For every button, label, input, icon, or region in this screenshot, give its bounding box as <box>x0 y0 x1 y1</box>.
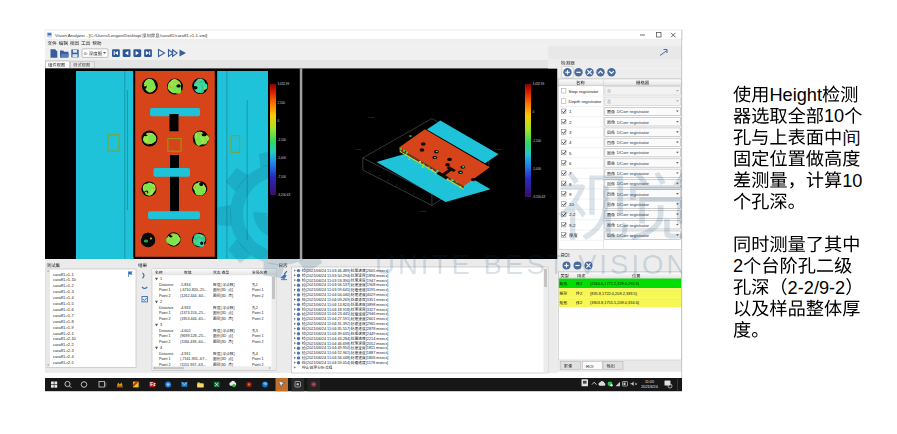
svg-text:(2021/06/24 11:04:56.048): (2021/06/24 11:04:56.048) <box>306 356 351 360</box>
svg-text:(2021/06/24 11:04:49.950): (2021/06/24 11:04:49.950) <box>306 346 351 350</box>
svg-text:Fz: Fz <box>150 382 156 387</box>
svg-text:Point 1: Point 1 <box>159 288 170 292</box>
svg-text:1 mm: 1 mm <box>420 210 426 213</box>
svg-text:1/Corr registrator: 1/Corr registrator <box>617 161 650 166</box>
svg-text:-2,500: -2,500 <box>278 138 287 142</box>
svg-text:[2601 msecs]: [2601 msecs] <box>366 317 389 321</box>
svg-text:3: 3 <box>160 323 162 327</box>
svg-text:3,432.99: 3,432.99 <box>278 82 290 86</box>
svg-text:(3903.8,1755.5,209.0,334.6): (3903.8,1755.5,209.0,334.6) <box>590 300 640 305</box>
svg-text:[4029 msecs]: [4029 msecs] <box>366 293 389 297</box>
svg-text:3,432.99: 3,432.99 <box>533 82 545 86</box>
svg-text:[1178 msecs]: [1178 msecs] <box>366 361 388 365</box>
svg-text:0:: 0: <box>84 51 88 56</box>
svg-text:(2021/06/24 11:04:23.445): (2021/06/24 11:04:23.445) <box>306 312 351 316</box>
svg-text:2-2/9-2: 2-2/9-2 <box>788 278 846 298</box>
svg-text:]: ] <box>234 329 235 333</box>
svg-text:-5,000: -5,000 <box>533 167 542 171</box>
svg-text:[1908 msecs]: [1908 msecs] <box>366 283 389 287</box>
svg-text:caraff1-r1-6: caraff1-r1-6 <box>53 307 74 312</box>
svg-text:-9,200.63: -9,200.63 <box>533 195 546 199</box>
svg-text:2: 2 <box>733 256 743 276</box>
svg-text:caraff1-r1-9: caraff1-r1-9 <box>53 325 74 330</box>
svg-text:[3D: [3D <box>220 334 226 338</box>
svg-text:caraff1-r1-10: caraff1-r1-10 <box>53 277 77 282</box>
svg-text:[3D: [3D <box>220 294 226 298</box>
svg-text:4: 4 <box>160 346 162 350</box>
svg-text:[3D: [3D <box>220 363 226 367</box>
svg-text:-4.931: -4.931 <box>180 352 190 356</box>
svg-text:Point 2: Point 2 <box>252 363 263 367</box>
svg-text:[1806 msecs]: [1806 msecs] <box>366 356 389 360</box>
svg-text:caraff1-r2-3: caraff1-r2-3 <box>53 348 74 353</box>
svg-text:1/Corr registrator: 1/Corr registrator <box>617 150 650 155</box>
svg-text:caraff1-r1-1: caraff1-r1-1 <box>53 272 74 277</box>
svg-text:caraff1-r2-1: caraff1-r2-1 <box>53 331 74 336</box>
svg-text:caraff1-r1-7: caraff1-r1-7 <box>53 313 74 318</box>
svg-text:-4.602: -4.602 <box>180 329 190 333</box>
svg-text:caraff1-r2-10: caraff1-r2-10 <box>53 336 77 341</box>
svg-text:]: ] <box>232 288 233 292</box>
svg-text:[3D: [3D <box>220 288 226 292</box>
svg-text:]: ] <box>232 311 233 315</box>
svg-text:Distance: Distance <box>159 329 173 333</box>
svg-text:Vision Analyzer - [C:/Users/Lo: Vision Analyzer - [C:/Users/Longan/Deskt… <box>55 33 142 38</box>
svg-text:1: 1 <box>160 277 162 281</box>
svg-text:[1811 msecs]: [1811 msecs] <box>366 346 388 350</box>
svg-text:caraff1-r1-5: caraff1-r1-5 <box>53 301 74 306</box>
svg-text:UNITE BEST VISION: UNITE BEST VISION <box>375 249 690 280</box>
svg-text:-9,200.63: -9,200.63 <box>278 193 291 197</box>
svg-text:[: [ <box>220 329 221 333</box>
svg-text:/caraff1/caraff1-r1-1.xml]: /caraff1/caraff1-r1-1.xml] <box>160 33 208 38</box>
svg-text:1 mm: 1 mm <box>368 116 374 119</box>
svg-text:-5,000: -5,000 <box>278 156 287 160</box>
svg-text:(2021/06/24 11:04:09.269): (2021/06/24 11:04:09.269) <box>306 298 351 302</box>
svg-text:[3D: [3D <box>220 357 226 361</box>
svg-text:2,500: 2,500 <box>278 101 286 105</box>
svg-text:Point 1: Point 1 <box>159 357 170 361</box>
svg-text:]: ] <box>232 294 233 298</box>
svg-text:间: 间 <box>842 128 860 148</box>
svg-text:]: ] <box>234 352 235 356</box>
svg-text:[: [ <box>220 352 221 356</box>
svg-text:[: [ <box>220 306 221 310</box>
svg-text:(-6710.820,-25...: (-6710.820,-25... <box>180 288 207 292</box>
svg-text:-4.933: -4.933 <box>180 306 190 310</box>
svg-text:1/Corr registrator: 1/Corr registrator <box>617 109 650 114</box>
svg-text:11:05: 11:05 <box>645 380 654 384</box>
svg-text:]: ] <box>232 357 233 361</box>
svg-text:Point 2: Point 2 <box>159 317 170 321</box>
svg-text:]: ] <box>234 306 235 310</box>
svg-text:(2021/06/24 11:03:59.645): (2021/06/24 11:03:59.645) <box>306 288 351 292</box>
svg-text:[: [ <box>220 283 221 287</box>
svg-text:]: ] <box>232 334 233 338</box>
svg-text:-7,500: -7,500 <box>278 175 287 179</box>
svg-text:(2021/06/24 11:04:04.040): (2021/06/24 11:04:04.040) <box>306 293 351 297</box>
svg-text:[2878 msecs]: [2878 msecs] <box>366 327 389 331</box>
svg-text:[3D: [3D <box>220 340 226 344</box>
svg-text:Distance: Distance <box>159 283 173 287</box>
svg-text:(2021/06/24 11:04:35.557): (2021/06/24 11:04:35.557) <box>306 327 351 331</box>
svg-text:-2,500: -2,500 <box>533 139 542 143</box>
svg-text:(2021/06/24 11:04:39.635): (2021/06/24 11:04:39.635) <box>306 332 351 336</box>
svg-text:(2021/06/24 11:04:52.961): (2021/06/24 11:04:52.961) <box>306 351 351 355</box>
svg-text:10: 10 <box>824 106 844 126</box>
svg-text:(2021/06/24 11:03:50.294): (2021/06/24 11:03:50.294) <box>306 274 351 278</box>
svg-text:caraff1-r2-5: caraff1-r2-5 <box>53 360 74 365</box>
svg-text:ROI: ROI <box>586 364 593 369</box>
svg-text:caraff1-r1-2: caraff1-r1-2 <box>53 283 74 288</box>
svg-text:]: ] <box>232 363 233 367</box>
svg-text:[2946 msecs]: [2946 msecs] <box>366 312 389 316</box>
svg-text:Distance: Distance <box>159 306 173 310</box>
svg-text:[2052 msecs]: [2052 msecs] <box>366 342 389 346</box>
svg-text:1 mm: 1 mm <box>495 148 501 151</box>
svg-text:[3D: [3D <box>220 311 226 315</box>
svg-text:Step registrator: Step registrator <box>569 89 600 94</box>
svg-text:[2449 msecs]: [2449 msecs] <box>366 332 389 336</box>
svg-text:3: 3 <box>256 329 258 333</box>
svg-text:(2021/06/24 11:03:56.537): (2021/06/24 11:03:56.537) <box>306 283 351 287</box>
svg-text:Point 1: Point 1 <box>159 311 170 315</box>
svg-text:(-7161.931,-67...: (-7161.931,-67... <box>180 357 207 361</box>
svg-text:caraff1-r2-4: caraff1-r2-4 <box>53 354 74 359</box>
svg-text:[3195 msecs]: [3195 msecs] <box>366 288 389 292</box>
